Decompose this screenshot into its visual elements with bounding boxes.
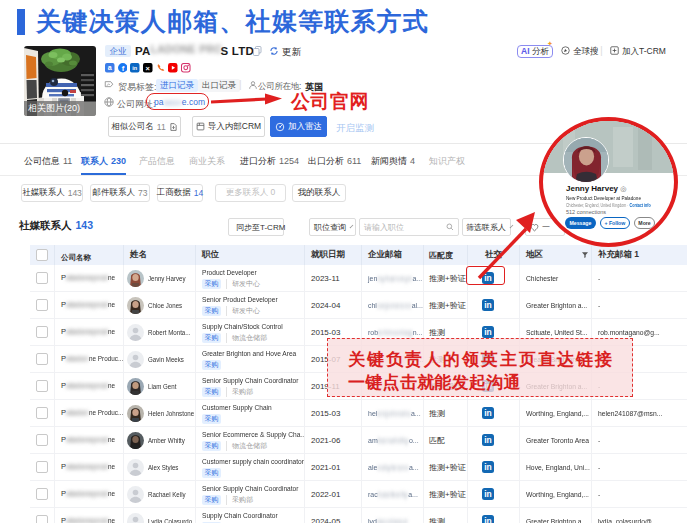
- svg-text:×: ×: [146, 64, 151, 73]
- svg-text:a: a: [108, 64, 112, 72]
- svg-text:in: in: [133, 65, 139, 71]
